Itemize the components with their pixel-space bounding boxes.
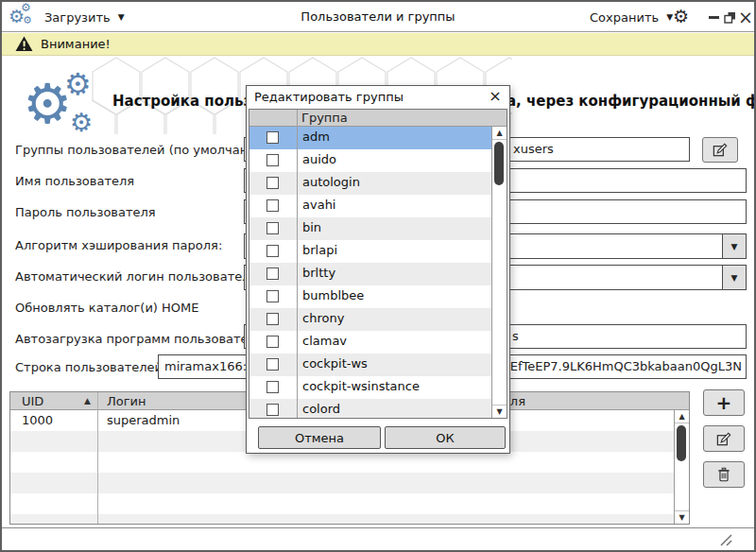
app-window: ⚙ ⚙ ⚙ Загрузить ▼ Пользователи и группы … [0, 0, 756, 552]
group-checkbox[interactable] [266, 404, 279, 416]
chevron-down-icon[interactable]: ▼ [722, 266, 746, 289]
close-window-button[interactable]: × [737, 2, 754, 32]
table-scrollbar[interactable]: ▲ ▼ [674, 410, 689, 524]
scroll-down-icon[interactable]: ▼ [675, 510, 689, 524]
group-checkbox[interactable] [266, 336, 279, 348]
list-item[interactable]: bumblbee [249, 285, 491, 308]
column-header-login[interactable]: Логин [107, 394, 146, 408]
status-bar [2, 527, 754, 550]
column-divider [97, 392, 98, 524]
group-name: bin [302, 220, 321, 234]
group-checkbox[interactable] [266, 245, 279, 257]
add-user-button[interactable]: + [703, 389, 745, 416]
group-checkbox[interactable] [266, 290, 279, 302]
cell-login: superadmin [107, 413, 180, 427]
scroll-up-icon[interactable]: ▲ [675, 410, 689, 423]
dialog-scrollbar[interactable]: ▲ ▼ [491, 127, 507, 418]
group-checkbox[interactable] [266, 177, 279, 189]
list-item[interactable]: bin [249, 217, 491, 240]
plus-icon: + [716, 391, 732, 414]
edit-groups-button[interactable] [702, 137, 738, 163]
group-name: colord [302, 402, 340, 416]
default-groups-label: Группы пользователей (по умолчанию) [15, 143, 271, 157]
cancel-button[interactable]: Отмена [258, 426, 381, 449]
group-checkbox[interactable] [266, 381, 279, 393]
app-logo-gears: ⚙ ⚙ ⚙ [21, 70, 96, 140]
list-item[interactable]: brlapi [249, 240, 491, 263]
toolbar: ⚙ ⚙ ⚙ Загрузить ▼ Пользователи и группы … [2, 2, 754, 32]
list-item[interactable]: colord [249, 399, 491, 419]
gear-icon: ⚙ [64, 66, 92, 102]
sort-asc-icon: ▲ [84, 396, 91, 405]
resize-grip[interactable] [718, 533, 733, 547]
list-item[interactable]: brltty [249, 263, 491, 285]
save-menu-label: Сохранить [590, 10, 659, 25]
list-item[interactable]: auido [249, 149, 491, 172]
empty-row [10, 452, 674, 473]
user-string-value-end: 5XEfTeEP7.9LK6HmQC3bkabaan0QgL3N [494, 359, 742, 373]
list-item[interactable]: cockpit-ws [249, 354, 491, 376]
list-item[interactable]: chrony [249, 308, 491, 331]
autostart-label: Автозагрузка программ пользователей [15, 332, 271, 346]
load-menu-button[interactable]: Загрузить ▼ [44, 2, 125, 32]
group-name: brltty [302, 266, 335, 280]
minimize-icon [709, 16, 719, 19]
delete-user-button[interactable] [703, 461, 745, 488]
password-label: Пароль пользователя [15, 205, 156, 219]
dialog-close-button[interactable]: × [488, 87, 503, 105]
user-string-label: Строка пользователей: [15, 360, 166, 374]
list-item[interactable]: adm [249, 127, 491, 149]
column-divider [297, 110, 298, 418]
page-title-right: а, через конфигурационный файл) [507, 93, 756, 110]
group-checkbox[interactable] [266, 131, 279, 144]
scrollbar-thumb[interactable] [677, 425, 686, 461]
scroll-down-icon[interactable]: ▼ [492, 405, 507, 418]
autostart-value: s [512, 329, 519, 343]
minimize-button[interactable] [705, 2, 722, 32]
group-name: avahi [302, 198, 335, 212]
settings-gear-icon[interactable]: ⚙ [673, 6, 689, 26]
group-checkbox[interactable] [266, 199, 279, 212]
chevron-down-icon: ▼ [118, 12, 125, 22]
list-item[interactable]: clamav [249, 331, 491, 354]
hash-algo-label: Алгоритм хэширования пароля: [15, 238, 222, 252]
ok-button[interactable]: ОК [385, 426, 506, 449]
maximize-button[interactable] [721, 2, 738, 32]
group-checkbox[interactable] [266, 313, 279, 325]
warning-text: Внимание! [41, 37, 111, 51]
dialog-title: Редактировать группы [254, 90, 404, 104]
chevron-down-icon: ▼ [666, 12, 673, 22]
list-item[interactable]: avahi [249, 195, 491, 217]
empty-row [10, 473, 674, 493]
column-header-uid[interactable]: UID [22, 394, 43, 408]
username-label: Имя пользователя [15, 174, 134, 188]
empty-row [10, 493, 674, 514]
edit-user-button[interactable] [703, 425, 745, 452]
group-checkbox[interactable] [266, 154, 279, 166]
list-item[interactable]: autologin [249, 172, 491, 195]
group-name: bumblbee [302, 288, 364, 302]
cell-uid: 1000 [22, 413, 53, 427]
groups-list-header: Группа [249, 110, 507, 127]
group-checkbox[interactable] [266, 267, 279, 280]
group-checkbox[interactable] [266, 358, 279, 371]
list-item[interactable]: cockpit-wsinstance [249, 376, 491, 399]
warning-banner: Внимание! [2, 33, 754, 56]
group-name: adm [302, 129, 330, 144]
group-name: cockpit-wsinstance [302, 379, 420, 393]
group-checkbox[interactable] [266, 222, 279, 234]
column-header-group[interactable]: Группа [301, 111, 348, 125]
group-name: clamav [302, 334, 347, 348]
chevron-down-icon[interactable]: ▼ [722, 234, 746, 258]
save-menu-button[interactable]: Сохранить ▼ [590, 2, 673, 32]
groups-list: Группа adm auido autologin avahi bin brl… [249, 109, 507, 419]
empty-row [10, 514, 674, 524]
gear-icon: ⚙ [70, 108, 93, 137]
warning-triangle-icon [15, 36, 33, 52]
group-name: auido [302, 152, 336, 166]
scroll-up-icon[interactable]: ▲ [492, 127, 507, 140]
scrollbar-thumb[interactable] [494, 142, 504, 185]
group-name: autologin [302, 175, 360, 189]
maximize-icon [724, 11, 736, 24]
group-name: cockpit-ws [302, 356, 368, 371]
